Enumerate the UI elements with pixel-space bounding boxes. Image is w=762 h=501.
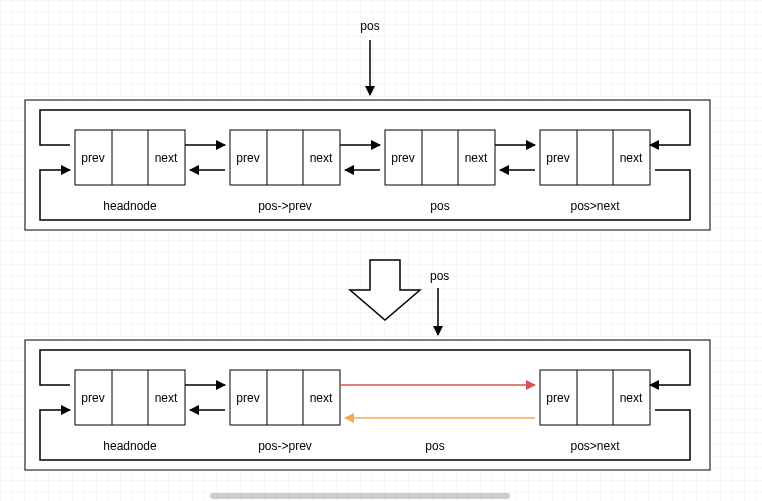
caption-pos-top: pos [430,199,449,213]
cell-prev: prev [81,391,104,405]
caption-posprev-top: pos->prev [258,199,312,213]
top-diagram: pos prev next headnode prev next pos->pr… [25,19,710,230]
caption-posnext-top: pos>next [570,199,620,213]
cell-next: next [155,151,178,165]
caption-posnext-bottom: pos>next [570,439,620,453]
cell-next: next [465,151,488,165]
pos-pointer-label-mid: pos [430,269,449,283]
transition-arrow [350,260,420,320]
cell-next: next [620,151,643,165]
cell-next: next [310,391,333,405]
cell-prev: prev [391,151,414,165]
caption-headnode-top: headnode [103,199,157,213]
cell-next: next [310,151,333,165]
diagram-canvas: pos prev next headnode prev next pos->pr… [0,0,762,501]
pos-pointer-label-top: pos [360,19,379,33]
cell-next: next [620,391,643,405]
caption-posprev-bottom: pos->prev [258,439,312,453]
cell-prev: prev [236,391,259,405]
cell-prev: prev [236,151,259,165]
cell-prev: prev [81,151,104,165]
caption-headnode-bottom: headnode [103,439,157,453]
horizontal-scrollbar[interactable] [210,493,510,499]
caption-pos-bottom: pos [425,439,444,453]
cell-next: next [155,391,178,405]
cell-prev: prev [546,151,569,165]
bottom-diagram: prev next headnode prev next pos->prev p… [25,340,710,470]
cell-prev: prev [546,391,569,405]
